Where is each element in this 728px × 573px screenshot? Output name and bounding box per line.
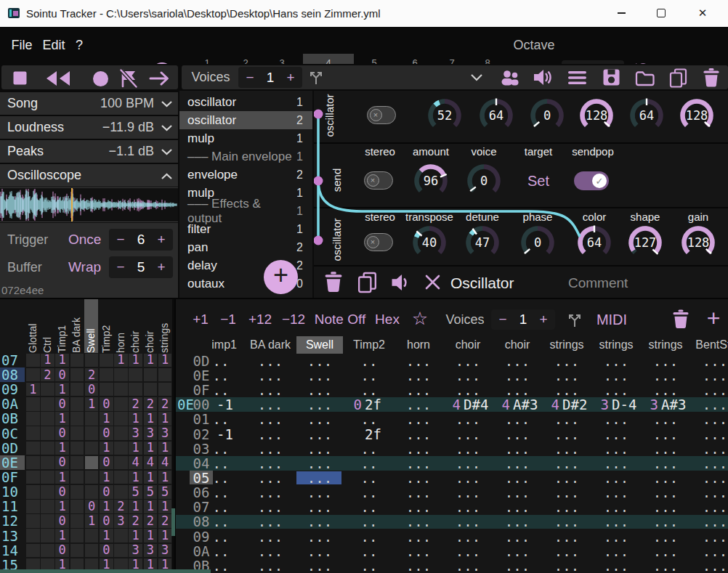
pattern-row-number[interactable]: 0C [1, 426, 23, 441]
pattern-cell[interactable] [26, 354, 40, 367]
transpose-plus12-button[interactable]: +12 [243, 306, 278, 333]
pattern-cell[interactable] [114, 426, 128, 440]
note-cell[interactable]: ... [394, 529, 443, 544]
note-cell[interactable]: ... [394, 383, 443, 397]
pattern-cell[interactable] [41, 383, 54, 397]
note-cell[interactable]: ... [690, 427, 728, 442]
pattern-cell[interactable] [41, 397, 54, 411]
note-cell[interactable]: ... [394, 485, 443, 500]
note-cell[interactable]: ... [295, 413, 344, 427]
pattern-cell[interactable]: 4 [129, 456, 142, 470]
note-cell[interactable]: ... [591, 368, 641, 383]
pattern-track-header[interactable]: horn [115, 301, 128, 353]
note-cell[interactable]: .. [344, 383, 394, 397]
pattern-cell[interactable]: 4 [144, 456, 158, 470]
hex-toggle-button[interactable]: Hex [372, 306, 403, 333]
note-cell[interactable]: ... [394, 456, 443, 471]
pattern-cell[interactable] [26, 456, 40, 470]
oscilloscope-row[interactable]: Oscilloscope [0, 164, 178, 187]
note-cell[interactable]: 4D#2 [542, 397, 591, 412]
pattern-cell[interactable] [114, 412, 128, 426]
note-cell[interactable]: ... [493, 544, 542, 558]
pattern-cell[interactable] [129, 383, 142, 397]
pattern-cell[interactable]: 3 [158, 544, 172, 558]
pattern-cell[interactable]: 2 [144, 397, 158, 411]
pattern-cell[interactable]: 0 [85, 383, 99, 397]
note-cell[interactable]: ... [443, 413, 493, 427]
chevron-down-icon[interactable] [161, 101, 172, 107]
voices-plus-button[interactable]: + [283, 67, 299, 88]
voices-minus-button[interactable]: − [242, 67, 258, 88]
note-cell[interactable]: ... [591, 558, 641, 573]
pattern-cell[interactable] [70, 500, 84, 513]
note-cell[interactable]: 4D#4 [443, 397, 493, 412]
knob-voice[interactable]: 0 [464, 160, 504, 201]
pattern-cell[interactable]: 1 [144, 529, 158, 542]
pattern-cell[interactable] [41, 426, 54, 440]
note-cell[interactable]: ... [295, 471, 344, 485]
note-cell[interactable]: ... [443, 442, 493, 456]
note-cell[interactable]: ... [295, 383, 344, 397]
note-cell[interactable]: ... [542, 515, 591, 529]
copy-icon[interactable] [669, 68, 687, 88]
pattern-cell[interactable]: 1 [144, 354, 158, 367]
note-cell[interactable]: ... [542, 500, 591, 515]
knob-param[interactable]: 64 [476, 95, 517, 136]
note-cell[interactable]: ... [493, 413, 542, 427]
close-button[interactable]: ✕ [686, 0, 719, 26]
pattern-cell[interactable] [85, 426, 99, 440]
note-cell[interactable]: .. [344, 515, 394, 529]
pattern-cell[interactable]: 2 [41, 368, 54, 382]
add-track-button[interactable]: + [700, 302, 727, 334]
note-cell[interactable]: ... [493, 515, 542, 529]
note-cell[interactable]: ... [690, 442, 728, 456]
note-cell[interactable]: ... [394, 368, 443, 383]
pattern-cell[interactable] [144, 383, 158, 397]
pattern-row-number[interactable]: 0F [1, 470, 23, 484]
note-cell[interactable]: ... [690, 529, 728, 544]
pattern-cell[interactable]: 2 [129, 514, 142, 528]
note-cell[interactable]: ... [641, 456, 690, 471]
note-cell[interactable]: ... [295, 427, 344, 442]
pattern-cell[interactable]: 0 [100, 397, 113, 411]
knob-param[interactable]: 52 [424, 95, 465, 136]
note-cell[interactable]: ... [295, 529, 344, 544]
pattern-cell[interactable] [26, 485, 40, 499]
note-track-header[interactable]: choir [443, 336, 493, 354]
note-cell[interactable]: ... [641, 471, 690, 485]
note-cell[interactable]: ... [246, 515, 295, 529]
note-cell[interactable]: ... [443, 427, 493, 442]
follow-off-icon[interactable] [118, 68, 139, 89]
note-cell[interactable]: ... [690, 515, 728, 529]
note-cell[interactable]: ... [246, 397, 295, 412]
pattern-cell[interactable] [85, 412, 99, 426]
pattern-cell[interactable]: 1 [41, 354, 54, 367]
note-cell[interactable]: ... [394, 354, 443, 368]
unit-list-item[interactable]: ––– Main envelope1 [179, 147, 312, 166]
note-track-header[interactable]: strings [641, 336, 690, 354]
open-folder-icon[interactable] [635, 70, 655, 86]
pattern-cell[interactable] [70, 456, 84, 470]
split-track-icon[interactable] [567, 312, 583, 328]
note-cell[interactable]: ... [295, 442, 344, 456]
note-cell[interactable]: 2f [344, 427, 394, 442]
pattern-cell[interactable] [114, 442, 128, 455]
note-cell[interactable]: ... [690, 558, 728, 573]
pattern-row-number[interactable]: 0E [1, 455, 23, 470]
stereo-toggle-off[interactable]: × [364, 233, 393, 251]
song-row[interactable]: Song 100 BPM [0, 92, 178, 115]
pattern-cell[interactable] [26, 412, 40, 426]
pattern-cell[interactable] [41, 544, 54, 558]
note-cell[interactable]: ... [690, 383, 728, 397]
chevron-down-icon[interactable] [161, 149, 172, 155]
pattern-cell[interactable] [70, 544, 84, 558]
pattern-cell[interactable] [26, 529, 40, 542]
knob-param[interactable]: 128 [676, 95, 717, 136]
pattern-cell[interactable]: 2 [85, 368, 99, 382]
pattern-cell[interactable]: 1 [100, 442, 113, 455]
chevron-down-icon[interactable] [471, 74, 482, 81]
disable-unit-icon[interactable] [425, 275, 440, 290]
note-track-header[interactable]: Swell [295, 336, 344, 354]
note-cell[interactable]: 3D-4 [591, 397, 641, 412]
note-cell[interactable]: ... [246, 413, 295, 427]
